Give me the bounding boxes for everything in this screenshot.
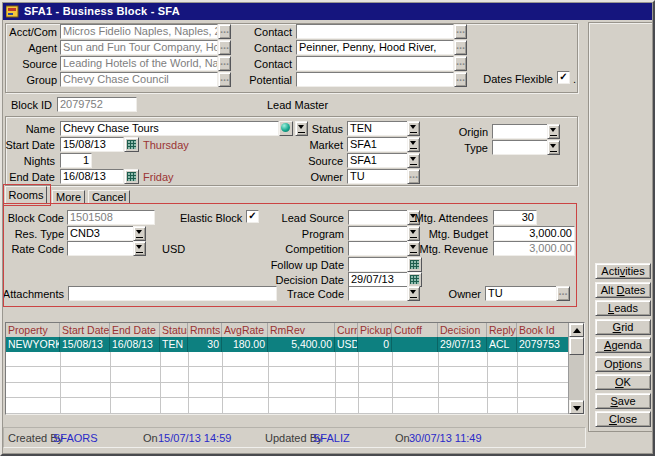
lead-source-field[interactable] xyxy=(348,210,409,225)
end-date-field[interactable]: 16/08/13 xyxy=(60,169,124,184)
end-date-calendar-button[interactable] xyxy=(124,169,139,184)
status-field[interactable]: TEN xyxy=(347,121,409,136)
res-type-field[interactable]: CND3 xyxy=(67,226,135,241)
trace-code-label: Trace Code xyxy=(270,288,344,300)
col-book-id[interactable]: Book Id xyxy=(517,323,568,337)
attachments-label: Attachments xyxy=(2,288,64,300)
scroll-down-icon xyxy=(573,406,581,411)
origin-dropdown-button[interactable] xyxy=(547,124,560,139)
contact2-field[interactable]: Peinner, Penny, Hood River, xyxy=(296,40,454,55)
dates-flexible-suffix: . xyxy=(573,73,576,85)
app-icon xyxy=(6,5,19,18)
contact2-lookup-button[interactable]: ... xyxy=(454,40,467,55)
competition-field[interactable] xyxy=(348,241,409,256)
origin-label: Origin xyxy=(445,126,488,138)
created-by-value: SFAORS xyxy=(53,432,98,444)
summary-source-field[interactable]: SFA1 xyxy=(347,153,409,168)
col-avgrate[interactable]: AvgRate xyxy=(222,323,268,337)
start-date-field[interactable]: 15/08/13 xyxy=(60,137,124,152)
rooms-owner-field[interactable]: TU xyxy=(485,286,557,301)
potential-label: Potential xyxy=(240,74,292,86)
res-type-dropdown-button[interactable] xyxy=(133,226,146,241)
title-bar[interactable]: SFA1 - Business Block - SFA xyxy=(2,2,653,20)
mtg-budget-field[interactable]: 3,000.00 xyxy=(493,226,575,241)
follow-up-date-field[interactable] xyxy=(348,257,409,272)
follow-up-calendar-button[interactable] xyxy=(407,257,422,272)
trace-code-field[interactable] xyxy=(348,286,409,301)
type-field[interactable] xyxy=(492,140,549,155)
potential-lookup-button[interactable]: ... xyxy=(454,72,467,87)
rooms-owner-lookup-button: ... xyxy=(556,286,570,301)
activities-button[interactable]: Activities xyxy=(595,263,651,279)
program-field[interactable] xyxy=(348,226,409,241)
competition-label: Competition xyxy=(270,243,344,255)
tab-rooms[interactable]: Rooms xyxy=(5,186,47,203)
leads-button[interactable]: Leads xyxy=(595,300,651,316)
updated-on-value: 30/07/13 11:49 xyxy=(409,432,482,444)
col-curr[interactable]: Curr. xyxy=(335,323,358,337)
name-field[interactable]: Chevy Chase Tours xyxy=(60,121,279,136)
market-field[interactable]: SFA1 xyxy=(347,137,409,152)
col-rmrev[interactable]: RmRev xyxy=(268,323,335,337)
decision-date-field[interactable]: 29/07/13 xyxy=(348,272,409,287)
contact1-lookup-button[interactable]: ... xyxy=(454,24,467,39)
currency-label: USD xyxy=(162,243,185,255)
status-dropdown-button[interactable] xyxy=(407,121,420,136)
save-button[interactable]: Save xyxy=(595,393,651,409)
contact2-label: Contact xyxy=(240,42,292,54)
cell-decision: 29/07/13 xyxy=(438,337,487,352)
decision-date-calendar-button[interactable] xyxy=(407,272,422,287)
col-pickup[interactable]: Pickup xyxy=(358,323,392,337)
summary-owner-field[interactable]: TU xyxy=(347,169,409,184)
col-rmnts[interactable]: Rmnts xyxy=(188,323,222,337)
ok-button[interactable]: OK xyxy=(595,374,651,390)
mtg-attendees-field[interactable]: 30 xyxy=(493,210,537,225)
elastic-block-checkbox[interactable]: ✓ xyxy=(246,210,259,223)
contact3-label: Contact xyxy=(240,58,292,70)
grid-button[interactable]: Grid xyxy=(595,319,651,335)
grid-selected-row[interactable]: NEWYORK 15/08/13 16/08/13 TEN 30 180.00 … xyxy=(6,337,568,352)
cell-pickup: 0 xyxy=(358,337,392,352)
market-dropdown-button[interactable] xyxy=(407,137,420,152)
trace-code-dropdown-button[interactable] xyxy=(407,286,420,301)
rate-code-dropdown-button[interactable] xyxy=(133,241,146,256)
contact1-label: Contact xyxy=(240,26,292,38)
origin-field[interactable] xyxy=(492,124,549,139)
cell-cutoff xyxy=(392,337,438,352)
alt-dates-button[interactable]: Alt Dates xyxy=(595,282,651,298)
mtg-budget-label: Mtg. Budget xyxy=(410,228,488,240)
contact3-field[interactable] xyxy=(296,56,454,71)
lead-source-label: Lead Source xyxy=(270,212,344,224)
start-day-text: Thursday xyxy=(143,139,189,151)
name-label: Name xyxy=(2,123,55,135)
start-date-calendar-button[interactable] xyxy=(124,137,139,152)
scroll-up-button[interactable] xyxy=(569,323,584,337)
summary-source-dropdown-button[interactable] xyxy=(407,153,420,168)
tab-cancel[interactable]: Cancel xyxy=(88,190,130,203)
created-on-value: 15/07/13 14:59 xyxy=(158,432,231,444)
col-decision[interactable]: Decision xyxy=(438,323,487,337)
rate-code-field[interactable] xyxy=(67,241,135,256)
dates-flexible-checkbox[interactable]: ✓ xyxy=(557,71,570,84)
potential-field[interactable] xyxy=(296,72,454,87)
contact3-lookup-button[interactable]: ... xyxy=(454,56,467,71)
attachments-field[interactable] xyxy=(68,286,277,301)
close-button[interactable]: Close xyxy=(595,411,651,427)
type-dropdown-button[interactable] xyxy=(547,140,560,155)
col-property[interactable]: Property xyxy=(6,323,60,337)
scrollbar-thumb[interactable] xyxy=(569,337,584,355)
contact1-field[interactable] xyxy=(296,24,454,39)
col-end-date[interactable]: End Date xyxy=(110,323,160,337)
col-status[interactable]: Status xyxy=(160,323,188,337)
options-button[interactable]: Options xyxy=(595,356,651,372)
end-date-label: End Date xyxy=(2,171,55,183)
nights-field[interactable]: 1 xyxy=(60,153,92,168)
col-reply[interactable]: Reply xyxy=(487,323,517,337)
grid-vertical-scrollbar[interactable] xyxy=(568,323,584,414)
col-cutoff[interactable]: Cutoff xyxy=(392,323,438,337)
tab-more[interactable]: More xyxy=(52,190,85,203)
col-start-date[interactable]: Start Date xyxy=(60,323,110,337)
block-id-field: 2079752 xyxy=(57,97,137,112)
scroll-down-button[interactable] xyxy=(569,400,584,414)
agenda-button[interactable]: Agenda xyxy=(595,337,651,353)
